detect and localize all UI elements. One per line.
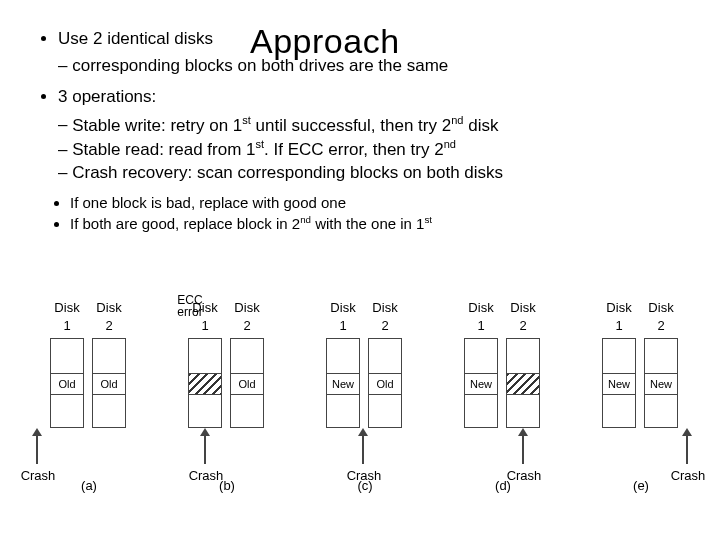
block-cell — [507, 373, 539, 395]
disk-number: 2 — [92, 318, 126, 333]
disk-label: Disk — [92, 300, 126, 315]
block-cell: New — [603, 373, 635, 395]
crash-arrow-icon — [362, 434, 364, 464]
sup: nd — [300, 214, 311, 225]
crash-label: Crash — [666, 468, 710, 483]
text: Stable write: retry on 1 — [72, 115, 242, 134]
disk-block-2: New — [644, 338, 678, 428]
crash-diagram: Disk Disk 1 2 Old Old Crash (a) ECCerror… — [22, 300, 698, 510]
bullet-corresponding-blocks: corresponding blocks on both drives are … — [58, 55, 700, 78]
sup: nd — [451, 114, 463, 126]
disk-number: 1 — [188, 318, 222, 333]
crash-arrow-icon — [686, 434, 688, 464]
disk-block-1: New — [326, 338, 360, 428]
disk-number: 1 — [50, 318, 84, 333]
disk-label: Disk — [326, 300, 360, 315]
disk-label: Disk — [602, 300, 636, 315]
block-cell — [189, 373, 221, 395]
disk-number: 2 — [368, 318, 402, 333]
disk-number: 2 — [230, 318, 264, 333]
block-cell: Old — [93, 373, 125, 395]
scenario-letter: (c) — [350, 478, 380, 493]
block-cell: New — [327, 373, 359, 395]
bullet-3-operations: 3 operations: — [58, 86, 700, 109]
bullet-use-2-disks: Use 2 identical disks — [58, 28, 700, 51]
crash-arrow-icon — [204, 434, 206, 464]
sup: st — [424, 214, 432, 225]
scenario-letter: (d) — [488, 478, 518, 493]
disk-number: 2 — [506, 318, 540, 333]
scenario-e: Disk Disk 1 2 New New Crash (e) — [574, 300, 698, 510]
scenario-b: ECCerror Disk Disk 1 2 Old Crash (b) — [160, 300, 284, 510]
disk-block-1: New — [602, 338, 636, 428]
disk-label: Disk — [506, 300, 540, 315]
scenario-d: Disk Disk 1 2 New Crash (d) — [436, 300, 560, 510]
disk-label: Disk — [50, 300, 84, 315]
sup: nd — [444, 138, 456, 150]
scenario-letter: (a) — [74, 478, 104, 493]
sup: st — [256, 138, 265, 150]
block-cell: New — [645, 373, 677, 395]
disk-block-1: Old — [50, 338, 84, 428]
text: until successful, then try 2 — [251, 115, 451, 134]
scenario-c: Disk Disk 1 2 New Old Crash (c) — [298, 300, 422, 510]
disk-label: Disk — [188, 300, 222, 315]
disk-block-1: New — [464, 338, 498, 428]
disk-block-2: Old — [230, 338, 264, 428]
disk-label: Disk — [230, 300, 264, 315]
text: Stable read: read from 1 — [72, 140, 255, 159]
block-cell: Old — [369, 373, 401, 395]
slide-body: Use 2 identical disks corresponding bloc… — [30, 28, 700, 236]
sup: st — [242, 114, 251, 126]
disk-number: 1 — [464, 318, 498, 333]
disk-number: 2 — [644, 318, 678, 333]
crash-arrow-icon — [36, 434, 38, 464]
bullet-crash-recovery: Crash recovery: scan corresponding block… — [58, 162, 700, 185]
bullet-one-bad: If one block is bad, replace with good o… — [70, 193, 700, 213]
disk-label: Disk — [368, 300, 402, 315]
scenario-a: Disk Disk 1 2 Old Old Crash (a) — [22, 300, 146, 510]
disk-number: 1 — [602, 318, 636, 333]
bullet-stable-write: Stable write: retry on 1st until success… — [58, 113, 700, 138]
scenario-letter: (e) — [626, 478, 656, 493]
crash-label: Crash — [16, 468, 60, 483]
disk-block-2: Old — [368, 338, 402, 428]
block-cell: Old — [231, 373, 263, 395]
block-cell: New — [465, 373, 497, 395]
text: with the one in 1 — [311, 215, 424, 232]
block-cell: Old — [51, 373, 83, 395]
crash-arrow-icon — [522, 434, 524, 464]
bullet-stable-read: Stable read: read from 1st. If ECC error… — [58, 137, 700, 162]
disk-number: 1 — [326, 318, 360, 333]
text: . If ECC error, then try 2 — [264, 140, 444, 159]
disk-block-2 — [506, 338, 540, 428]
disk-label: Disk — [464, 300, 498, 315]
text: If both are good, replace block in 2 — [70, 215, 300, 232]
scenario-letter: (b) — [212, 478, 242, 493]
disk-label: Disk — [644, 300, 678, 315]
disk-block-2: Old — [92, 338, 126, 428]
disk-block-1 — [188, 338, 222, 428]
bullet-both-good: If both are good, replace block in 2nd w… — [70, 213, 700, 234]
text: disk — [463, 115, 498, 134]
